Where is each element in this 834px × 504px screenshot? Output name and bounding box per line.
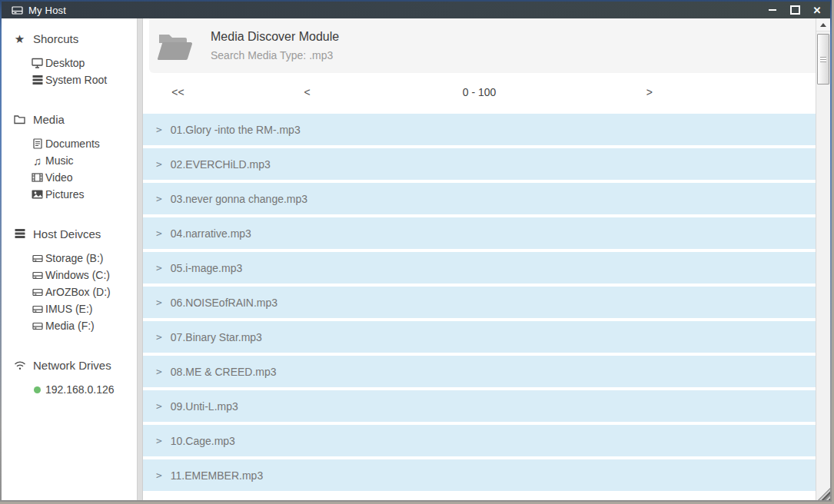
file-row[interactable]: > 11.EMEMBER.mp3 — [143, 459, 816, 491]
sidebar-item-label: Desktop — [45, 57, 85, 69]
sidebar-header-label: Host Deivces — [33, 227, 101, 240]
sidebar-item-drive-d[interactable]: ArOZBox (D:) — [31, 284, 137, 300]
document-icon — [31, 138, 44, 150]
file-name: 07.Binary Star.mp3 — [171, 331, 262, 343]
sidebar-item-label: Music — [45, 154, 74, 167]
chevron-right-icon: > — [156, 435, 162, 446]
drive-icon — [31, 320, 44, 332]
sidebar-item-video[interactable]: Video — [31, 169, 137, 186]
chevron-right-icon: > — [156, 227, 162, 239]
pagination-range-label: 0 - 100 — [457, 83, 503, 101]
sidebar-item-label: Windows (C:) — [45, 269, 110, 281]
module-header-text: Media Discover Module Search Media Type:… — [211, 30, 339, 61]
sidebar-item-desktop[interactable]: Desktop — [31, 55, 137, 71]
sidebar-item-label: IMUS (E:) — [45, 303, 92, 315]
sidebar-header-host-devices[interactable]: Host Deivces — [2, 226, 137, 241]
window-body: ★ Shorcuts Desktop — [2, 18, 830, 500]
pagination-first-button[interactable]: << — [165, 83, 190, 101]
chevron-right-icon: > — [156, 366, 162, 377]
sidebar-item-music[interactable]: ♫ Music — [31, 152, 137, 169]
file-row[interactable]: > 08.ME & CREED.mp3 — [143, 356, 816, 387]
main-panel: Media Discover Module Search Media Type:… — [143, 18, 816, 500]
sidebar-item-label: 192.168.0.126 — [45, 383, 115, 396]
window-controls: ✕ — [767, 5, 822, 15]
film-icon — [31, 171, 44, 184]
file-name: 10.Cage.mp3 — [171, 435, 235, 447]
chevron-right-icon: > — [156, 469, 162, 481]
sidebar-item-drive-f[interactable]: Media (F:) — [31, 317, 137, 334]
vertical-scrollbar[interactable] — [816, 18, 830, 500]
sidebar-section-network-drives: Network Drives 192.168.0.126 — [2, 357, 137, 398]
maximize-button[interactable] — [789, 5, 800, 15]
sidebar-item-label: System Root — [45, 74, 107, 86]
pagination-bar: << < 0 - 100 > — [143, 73, 816, 111]
file-row[interactable]: > 04.narrative.mp3 — [143, 217, 816, 249]
file-name: 04.narrative.mp3 — [171, 227, 251, 240]
server-stack-icon — [13, 227, 26, 240]
host-drive-icon — [12, 5, 23, 15]
file-row[interactable]: > 01.Glory -into the RM-.mp3 — [143, 114, 816, 145]
file-row[interactable]: > 09.Unti-L.mp3 — [143, 390, 816, 422]
minimize-icon — [769, 9, 776, 11]
sidebar-section-shortcuts: ★ Shorcuts Desktop — [2, 31, 137, 88]
sidebar-header-shortcuts[interactable]: ★ Shorcuts — [2, 31, 137, 46]
drive-icon — [31, 303, 44, 315]
file-name: 11.EMEMBER.mp3 — [171, 469, 263, 482]
minimize-button[interactable] — [767, 5, 778, 15]
online-status-icon — [31, 383, 44, 396]
file-name: 08.ME & CREED.mp3 — [171, 366, 277, 378]
sidebar-item-label: Video — [45, 171, 73, 184]
scroll-up-button[interactable] — [816, 18, 830, 32]
open-folder-icon — [157, 30, 194, 61]
sidebar-item-drive-c[interactable]: Windows (C:) — [31, 267, 137, 284]
music-note-icon: ♫ — [31, 154, 44, 167]
pagination-next-button[interactable]: > — [640, 83, 659, 101]
file-row[interactable]: > 02.EVERCHiLD.mp3 — [143, 148, 816, 180]
scrollbar-thumb[interactable] — [817, 34, 829, 85]
window-resize-grip[interactable] — [818, 488, 830, 500]
drive-icon — [31, 269, 44, 281]
sidebar: ★ Shorcuts Desktop — [2, 18, 137, 500]
file-row[interactable]: > 10.Cage.mp3 — [143, 425, 816, 456]
drive-icon — [31, 286, 44, 298]
drive-icon — [31, 252, 44, 264]
sidebar-item-network-host[interactable]: 192.168.0.126 — [31, 381, 137, 398]
module-subtitle: Search Media Type: .mp3 — [211, 49, 339, 61]
pagination-prev-button[interactable]: < — [297, 83, 316, 101]
file-row[interactable]: > 05.i-mage.mp3 — [143, 252, 816, 284]
arrow-up-icon — [820, 23, 826, 27]
sidebar-item-label: Pictures — [45, 188, 85, 201]
picture-icon — [31, 188, 44, 201]
module-header: Media Discover Module Search Media Type:… — [149, 18, 816, 73]
title-bar: My Host ✕ — [2, 2, 830, 18]
sidebar-item-documents[interactable]: Documents — [31, 135, 137, 152]
file-row[interactable]: > 07.Binary Star.mp3 — [143, 321, 816, 353]
app-window: My Host ✕ ★ Shorcuts — [0, 0, 832, 502]
chevron-right-icon: > — [156, 400, 162, 412]
sidebar-item-pictures[interactable]: Pictures — [31, 186, 137, 203]
wifi-icon — [13, 359, 26, 371]
sidebar-header-label: Media — [33, 113, 65, 126]
chevron-right-icon: > — [156, 158, 162, 170]
file-name: 02.EVERCHiLD.mp3 — [171, 158, 271, 171]
sidebar-item-drive-b[interactable]: Storage (B:) — [31, 250, 137, 267]
chevron-right-icon: > — [156, 124, 162, 135]
chevron-right-icon: > — [156, 193, 162, 204]
sidebar-divider — [137, 18, 143, 500]
maximize-icon — [790, 5, 800, 15]
file-name: 09.Unti-L.mp3 — [171, 400, 238, 413]
sidebar-header-network-drives[interactable]: Network Drives — [2, 357, 137, 373]
file-list: > 01.Glory -into the RM-.mp3 > 02.EVERCH… — [143, 111, 816, 500]
chevron-right-icon: > — [156, 331, 162, 343]
window-title: My Host — [28, 5, 66, 16]
chevron-right-icon: > — [156, 262, 162, 274]
sidebar-item-label: ArOZBox (D:) — [45, 286, 111, 298]
close-button[interactable]: ✕ — [812, 5, 822, 15]
sidebar-section-media: Media Documents ♫ Music — [2, 111, 137, 203]
sidebar-item-system-root[interactable]: System Root — [31, 71, 137, 88]
sidebar-section-host-devices: Host Deivces Storage (B:) — [2, 226, 137, 334]
file-row[interactable]: > 06.NOISEofRAIN.mp3 — [143, 287, 816, 318]
sidebar-item-drive-e[interactable]: IMUS (E:) — [31, 300, 137, 317]
file-row[interactable]: > 03.never gonna change.mp3 — [143, 183, 816, 214]
sidebar-header-media[interactable]: Media — [2, 111, 137, 127]
